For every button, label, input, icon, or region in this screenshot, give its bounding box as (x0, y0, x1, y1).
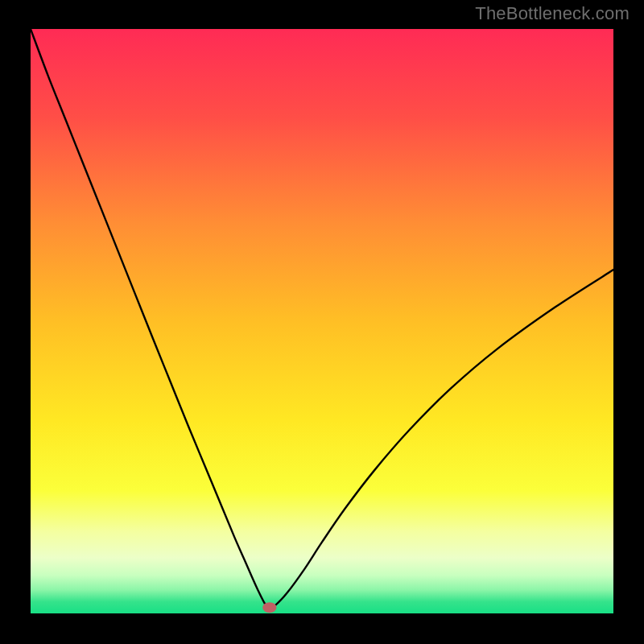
gradient-background (31, 29, 613, 613)
watermark-text: TheBottleneck.com (475, 3, 630, 24)
chart-frame: TheBottleneck.com (0, 0, 644, 644)
optimal-marker (262, 602, 276, 613)
bottleneck-chart (31, 29, 613, 613)
plot-area (31, 29, 613, 613)
